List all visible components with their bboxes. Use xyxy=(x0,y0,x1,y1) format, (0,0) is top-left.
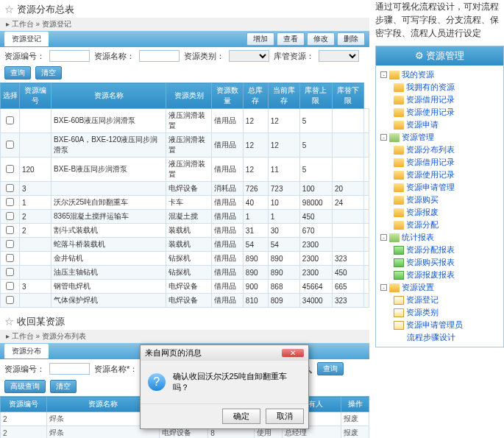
table-row[interactable]: 2割斗式装载机装载机借用品3130670 xyxy=(1,224,369,238)
row-checkbox[interactable] xyxy=(6,282,14,290)
confirm-dialog: 来自网页的消息 ✕ ? 确认收回沃尔沃25吨自卸翻重车吗？ 确定 取消 xyxy=(140,345,309,429)
table-row[interactable]: 油压主轴钻机钻探机借用品8908902300450 xyxy=(1,266,369,280)
cell: 12 xyxy=(243,158,268,182)
row-checkbox[interactable] xyxy=(6,116,14,124)
table-row[interactable]: 28365混凝土搅拌运输车混凝土搅借用品11450 xyxy=(1,210,369,224)
row-checkbox[interactable] xyxy=(6,165,14,173)
col-header: 操作 xyxy=(341,397,369,412)
expander-icon[interactable]: - xyxy=(380,234,387,241)
col-header: 库替上限 xyxy=(299,83,332,109)
tree-node[interactable]: 资源登记 xyxy=(377,294,502,306)
cell xyxy=(363,182,369,196)
table-row[interactable]: 蛇落斗桥装载机装载机借用品54542300 xyxy=(1,238,369,252)
table-row[interactable]: 金井钻机钻探机借用品8908902300323 xyxy=(1,252,369,266)
folder-icon xyxy=(389,283,400,292)
tree-node[interactable]: 资源申请管理 xyxy=(377,181,502,194)
cell xyxy=(363,210,369,224)
expander-icon[interactable]: - xyxy=(380,134,387,141)
cell: 890 xyxy=(243,252,268,266)
row-checkbox[interactable] xyxy=(6,254,14,262)
tree-node[interactable]: -资源管理 xyxy=(377,131,502,144)
cell: 电焊设备 xyxy=(166,182,212,196)
cell: 沃尔沃25吨自卸翻重车 xyxy=(52,196,166,210)
folder-icon xyxy=(394,271,404,280)
cell: 12 xyxy=(243,109,268,133)
cell: 1 xyxy=(243,210,268,224)
top-tab[interactable]: 资源登记 xyxy=(4,32,49,46)
row-checkbox[interactable] xyxy=(6,198,14,206)
row-checkbox[interactable] xyxy=(6,226,14,234)
add-button[interactable]: 增加 xyxy=(246,32,274,46)
tree-node[interactable]: 资源使用记录 xyxy=(377,169,502,181)
tree-node[interactable]: 资源申请 xyxy=(377,119,502,131)
tree-node[interactable]: 资源使用记录 xyxy=(377,106,502,119)
folder-icon xyxy=(394,171,404,180)
adv-search-button[interactable]: 高级查询 xyxy=(4,380,46,393)
tree-label: 资源类别 xyxy=(406,307,439,318)
tree-node[interactable]: 资源报废 xyxy=(377,206,502,219)
cell: 借用品 xyxy=(212,252,243,266)
cell[interactable]: 报废 xyxy=(341,426,369,439)
row-checkbox[interactable] xyxy=(6,268,14,276)
cell: 10 xyxy=(268,196,299,210)
row-checkbox[interactable] xyxy=(6,184,14,192)
res-name-input[interactable] xyxy=(139,50,180,62)
cell: 2 xyxy=(20,224,52,238)
col-header: 资源名称 xyxy=(52,83,166,109)
ok-button[interactable]: 确定 xyxy=(222,409,260,424)
cell: 1 xyxy=(20,196,52,210)
tree-node[interactable]: 资源购买报表 xyxy=(377,256,502,269)
stock-select[interactable] xyxy=(319,50,359,62)
folder-icon xyxy=(394,83,404,92)
clear-button[interactable]: 清空 xyxy=(50,380,77,393)
res-no-input[interactable] xyxy=(49,50,90,62)
clear-button[interactable]: 清空 xyxy=(35,66,62,80)
edit-button[interactable]: 修改 xyxy=(307,32,335,46)
col-header: 选择 xyxy=(1,83,20,109)
cell: 900 xyxy=(243,280,268,294)
cell[interactable]: 报废 xyxy=(341,412,369,426)
delete-button[interactable]: 删除 xyxy=(337,32,365,46)
close-icon[interactable]: ✕ xyxy=(282,349,304,357)
bottom-tab[interactable]: 资源分布 xyxy=(4,344,49,358)
res-no-input[interactable] xyxy=(49,363,90,375)
tree-node[interactable]: -统计报表 xyxy=(377,231,502,244)
tree-node[interactable]: 资源申请管理员 xyxy=(377,319,502,331)
table-row[interactable]: 3电焊设备消耗品72672310020 xyxy=(1,182,369,196)
row-checkbox[interactable] xyxy=(6,240,14,248)
cell: 装载机 xyxy=(166,224,212,238)
folder-icon xyxy=(389,233,400,242)
table-row[interactable]: 120BXE-B液压同步润滑泵液压润滑装置借用品12115 xyxy=(1,158,369,182)
table-row[interactable]: BXE-60A，BXE-120液压同步润滑泵液压润滑装置借用品12125 xyxy=(1,133,369,158)
table-row[interactable]: BXE-60B液压同步润滑泵液压润滑装置借用品12125 xyxy=(1,109,369,133)
search-button[interactable]: 查询 xyxy=(4,66,31,80)
tree-node[interactable]: 资源报废报表 xyxy=(377,269,502,281)
tree-node[interactable]: 资源分布列表 xyxy=(377,144,502,156)
table-row[interactable]: 3钢管电焊机电焊设备借用品90086845664665 xyxy=(1,280,369,294)
tree-node[interactable]: 资源借用记录 xyxy=(377,93,502,106)
tree-node[interactable]: 资源借用记录 xyxy=(377,156,502,169)
cancel-button[interactable]: 取消 xyxy=(266,409,304,424)
expander-icon[interactable]: - xyxy=(380,284,387,291)
cell: 借用品 xyxy=(212,158,243,182)
row-checkbox[interactable] xyxy=(6,141,14,149)
row-checkbox[interactable] xyxy=(6,296,14,304)
tree-node[interactable]: 我拥有的资源 xyxy=(377,81,502,93)
tree-node[interactable]: 资源购买 xyxy=(377,194,502,206)
row-checkbox[interactable] xyxy=(6,212,14,220)
tree-node[interactable]: 资源分配 xyxy=(377,219,502,231)
cell: 2300 xyxy=(299,252,332,266)
table-row[interactable]: 1沃尔沃25吨自卸翻重车卡车借用品40109800024 xyxy=(1,196,369,210)
cell: 34000 xyxy=(299,294,332,308)
tree-node[interactable]: 资源分配报表 xyxy=(377,244,502,256)
res-type-select[interactable] xyxy=(229,50,269,62)
view-button[interactable]: 查看 xyxy=(277,32,305,46)
tree-node[interactable]: 资源类别 xyxy=(377,306,502,319)
tree-node[interactable]: -我的资源 xyxy=(377,68,502,81)
search-button[interactable]: 查询 xyxy=(317,362,344,375)
tree-node[interactable]: -资源设置 xyxy=(377,281,502,294)
expander-icon[interactable]: - xyxy=(380,71,387,78)
tree-node[interactable]: 流程步骤设计 xyxy=(377,331,502,344)
table-row[interactable]: 气体保护焊机电焊设备借用品81080934000323 xyxy=(1,294,369,308)
cell: 30 xyxy=(268,224,299,238)
